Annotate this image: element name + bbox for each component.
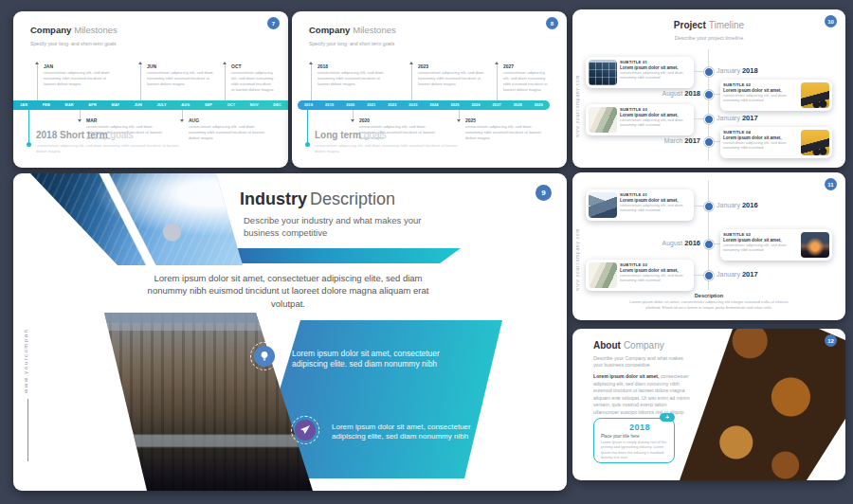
card-subtitle: SUBTITLE 02	[723, 82, 798, 87]
milestone-entry: AUG consectetuer adipiscing elit, sed di…	[189, 117, 264, 141]
slide-title-light: Company	[624, 340, 664, 351]
milestone-label: 2018	[318, 63, 386, 69]
milestone-label: 2020	[359, 117, 435, 123]
month-tick: JULY	[157, 103, 167, 107]
milestone-label: 2025	[465, 117, 541, 123]
connector-line	[37, 64, 38, 100]
milestone-text: consectetuer adipiscing elit, sed diam n…	[147, 70, 215, 87]
date-month: January	[717, 271, 740, 278]
slide-timeline-description[interactable]: 11 www.yourcompany.com SUBTITLE 01 Lorem…	[572, 172, 845, 320]
card-text: consectetuer adipiscing elit, sed diam n…	[723, 140, 798, 151]
milestone-entry: 2027 consectetuer adipiscing elit, sed d…	[503, 63, 549, 93]
card-connector	[694, 118, 704, 119]
card-bold-text: Lorem ipsum dolor sit amet,	[723, 238, 798, 243]
slide-project-timeline[interactable]: 10 ProjectTimeline Describe your project…	[572, 9, 845, 168]
milestone-entry: OCT consectetuer adipiscing elit, sed di…	[231, 63, 275, 93]
arrow-down-icon	[78, 119, 82, 122]
goal-heading-light: goals	[364, 130, 387, 140]
timeline-dot	[704, 202, 714, 211]
card-text: consectetuer adipiscing elit, sed diam n…	[620, 203, 691, 213]
slide-industry-description[interactable]: 9 IndustryDescription Describe your indu…	[13, 173, 567, 491]
body-bold: Lorem ipsum dolor sit amet,	[593, 373, 659, 379]
website-vertical-text: www.yourcompany.com	[575, 206, 580, 291]
milestone-text: consectetuer adipiscing elit, sed diam n…	[231, 70, 275, 93]
slide-title-bold: Project	[674, 20, 706, 30]
date-month: August	[662, 240, 683, 246]
milestone-entry: 2023 consectetuer adipiscing elit, sed d…	[418, 63, 486, 87]
template-preview-canvas: 7 CompanyMilestones Specify your long- a…	[0, 0, 853, 504]
milestone-label: 2027	[503, 63, 549, 69]
milestone-label: 2023	[418, 63, 486, 69]
arrow-down-icon	[180, 119, 184, 122]
timeline-dot	[704, 115, 714, 124]
year-tick: 2021	[367, 103, 375, 107]
card-text: consectetuer adipiscing elit, sed diam n…	[723, 93, 798, 103]
goal-text: consectetuer adipiscing elit, sed diam n…	[36, 143, 183, 154]
card-text: consectetuer adipiscing elit, sed diam n…	[620, 117, 691, 128]
paper-plane-icon	[295, 420, 316, 441]
slide-title-light: Milestones	[353, 25, 395, 35]
milestone-label: JAN	[44, 63, 112, 69]
card-subtitle: SUBTITLE 03	[620, 262, 691, 267]
timeline-dot	[704, 67, 714, 77]
milestone-text: consectetuer adipiscing elit, sed diam n…	[44, 70, 112, 87]
goal-dot	[27, 142, 31, 147]
card-text: consectetuer adipiscing elit, sed diam n…	[723, 243, 798, 253]
photo-thumbnail-sunset	[801, 232, 829, 258]
card-connector	[694, 71, 704, 72]
milestone-label: JUN	[147, 63, 215, 69]
photo-thumbnail-rooftop	[801, 130, 829, 155]
goal-connector-line	[307, 110, 308, 143]
date-month: January	[717, 202, 740, 208]
year-tick: 2024	[429, 103, 438, 107]
year-tick: 2027	[493, 103, 501, 107]
slide-about-company[interactable]: 12 AboutCompany Describe your Company an…	[572, 329, 845, 480]
timeline-date: August2018	[610, 89, 700, 98]
connector-line	[225, 64, 226, 100]
month-tick: SEP	[205, 103, 212, 107]
slide-title-bold: About	[593, 340, 621, 351]
slide-subtitle: Describe your Company and what makes you…	[593, 355, 693, 369]
timeline-date: January2018	[717, 66, 758, 75]
date-year: 2017	[684, 136, 700, 145]
milestone-text: consectetuer adipiscing elit, sed diam n…	[503, 70, 549, 93]
year-tick: 2028	[514, 103, 522, 107]
photo-thumbnail-building	[589, 107, 617, 133]
month-tick: JUN	[135, 103, 142, 107]
card-bold-text: Lorem ipsum dolor sit amet,	[723, 88, 798, 93]
page-number-badge: 12	[825, 334, 837, 347]
vertical-divider-line	[27, 399, 28, 461]
date-month: August	[662, 90, 683, 97]
card-subtitle: SUBTITLE 01	[620, 192, 691, 197]
lightbulb-icon	[254, 346, 275, 367]
goal-heading: 2018 Short termgoals	[36, 130, 134, 140]
card-subtitle: SUBTITLE 04	[723, 130, 798, 135]
slide-company-milestones-long-term[interactable]: 8 CompanyMilestones Specify your long- a…	[292, 11, 567, 168]
connector-line	[411, 64, 412, 100]
year-label: 2018	[629, 423, 650, 432]
body-text: consectetuer adipiscing elit, sed diam n…	[593, 373, 689, 415]
feature-bullet	[250, 342, 279, 370]
timeline-dot	[704, 137, 714, 147]
slide-title-light: Timeline	[709, 20, 744, 30]
timeline-date: August2016	[610, 239, 700, 247]
card-bold-text: Lorem ipsum dolor sit amet,	[723, 135, 798, 140]
slide-subtitle: Describe your industry and what makes yo…	[244, 215, 438, 240]
slide-title-bold: Industry	[240, 189, 307, 208]
slide-company-milestones-short-term[interactable]: 7 CompanyMilestones Specify your long- a…	[13, 11, 288, 168]
title-accent-bar	[207, 248, 461, 263]
body-paragraph: Lorem ipsum dolor sit amet, consectetuer…	[593, 373, 693, 416]
month-tick: NOV	[250, 103, 259, 107]
slide-title: CompanyMilestones	[309, 25, 396, 35]
slide-subtitle: Specify your long- and short-term goals	[30, 41, 117, 46]
timeline-date: January2017	[717, 114, 758, 122]
photo-thumbnail-window	[589, 60, 617, 85]
month-tick: OCT	[227, 103, 236, 107]
year-tick: 2022	[388, 103, 396, 107]
add-button[interactable]: +	[660, 413, 675, 422]
box-text: Lorem Ipsum is simply dummy text of the …	[601, 441, 667, 460]
year-tick: 2025	[450, 103, 459, 107]
page-number-badge: 11	[825, 178, 837, 190]
timeline-date: January2017	[717, 270, 758, 279]
timeline-card: SUBTITLE 01 Lorem ipsum dolor sit amet, …	[586, 189, 694, 221]
